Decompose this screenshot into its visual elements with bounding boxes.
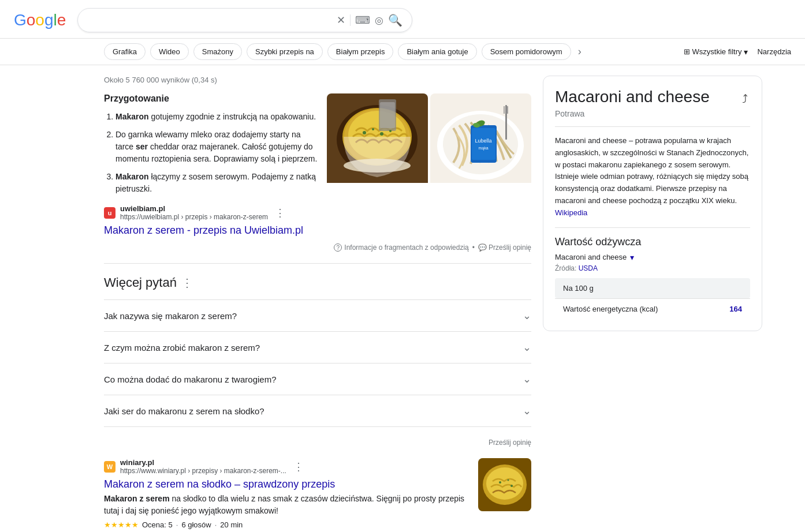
tab-wideo[interactable]: Wideo	[150, 43, 189, 60]
svg-rect-20	[472, 128, 495, 160]
nutrition-item-name: Macaroni and cheese	[555, 253, 627, 261]
tab-szybki[interactable]: Szybki przepis na	[247, 43, 323, 60]
second-result-image[interactable]	[478, 458, 531, 529]
stars: ★★★★★	[104, 520, 139, 529]
usda-link[interactable]: USDA	[579, 264, 598, 272]
votes-text: 6 głosów	[181, 520, 211, 529]
submit-opinion-link[interactable]: 💬 Prześlij opinię	[478, 243, 531, 252]
svg-point-8	[372, 128, 374, 130]
nutrition-selector: Macaroni and cheese ▾	[555, 253, 750, 262]
result-images: Lubella mąka	[327, 93, 531, 237]
faq-question-2: Z czym można zrobić makaron z serem?	[104, 343, 260, 353]
tools-button[interactable]: Narzędzia	[757, 47, 791, 56]
result-link-2[interactable]: Makaron z serem na słodko – sprawdzony p…	[104, 478, 469, 490]
divider-vertical	[350, 14, 351, 26]
sidebar-title: Macaroni and cheese	[555, 88, 710, 106]
second-result-content: W winiary.pl https://www.winiary.pl › pr…	[104, 458, 469, 529]
source-menu-icon[interactable]: ⋮	[275, 207, 285, 219]
wiki-link[interactable]: Wikipedia	[555, 208, 587, 217]
submit-opinion-2: Prześlij opinię	[104, 439, 531, 447]
tab-bialym-przepis[interactable]: Białym przepis	[327, 43, 394, 60]
tab-bialym-ania[interactable]: Białym ania gotuje	[398, 43, 476, 60]
food-pasta-svg: Lubella mąka	[430, 93, 531, 183]
header: G o o g l e makaron z serem ✕ ⌨ ◎ 🔍	[0, 0, 805, 39]
search-button[interactable]: 🔍	[388, 13, 402, 27]
recipe-steps: Makaron gotujemy zgodnie z instrukcją na…	[104, 111, 318, 195]
svg-point-28	[486, 467, 523, 500]
nutrition-source: Źródła: USDA	[555, 264, 750, 272]
source-favicon: u	[104, 207, 115, 219]
svg-point-30	[508, 479, 509, 481]
first-result-content: Przygotowanie Makaron gotujemy zgodnie z…	[104, 93, 318, 237]
votes-separator: ·	[215, 520, 217, 529]
bullet: •	[472, 243, 475, 252]
nutrition-calories-row: Wartość energetyczna (kcal) 164	[555, 298, 750, 319]
faq-chevron-2: ⌄	[523, 341, 531, 354]
sidebar-card: Macaroni and cheese ⤴ Potrawa Macaroni a…	[543, 76, 762, 331]
svg-point-9	[380, 132, 383, 136]
nutrition-calories-label: Wartość energetyczna (kcal)	[563, 305, 658, 313]
dropdown-arrow-icon[interactable]: ▾	[630, 253, 634, 262]
more-questions-title: Więcej pytań	[104, 275, 177, 290]
result-link-1[interactable]: Makaron z serem - przepis na Uwielbiam.p…	[104, 224, 318, 237]
preparation-title: Przygotowanie	[104, 93, 318, 104]
tab-grafika[interactable]: Grafika	[104, 43, 146, 60]
result-image-1[interactable]	[327, 93, 428, 237]
fragment-info: ? Informacje o fragmentach z odpowiedzią…	[104, 243, 531, 252]
faq-question-4: Jaki ser do makaronu z serem na słodko?	[104, 406, 264, 416]
rating-text: Ocena: 5	[142, 520, 173, 529]
share-button[interactable]: ⤴	[740, 90, 750, 108]
svg-point-31	[510, 485, 513, 487]
nutrition-section: Wartość odżywcza Macaroni and cheese ▾ Ź…	[555, 236, 750, 319]
keyboard-button[interactable]: ⌨	[355, 14, 370, 27]
nutrition-per-label: Na 100 g	[563, 284, 594, 293]
sidebar-title-row: Macaroni and cheese ⤴	[555, 88, 750, 108]
clear-button[interactable]: ✕	[337, 14, 345, 27]
faq-item-4[interactable]: Jaki ser do makaronu z serem na słodko? …	[104, 395, 531, 427]
more-tabs-button[interactable]: ›	[576, 46, 584, 58]
search-icon: 🔍	[388, 13, 402, 27]
more-questions-menu-icon[interactable]: ⋮	[181, 276, 193, 290]
faq-item-1[interactable]: Jak nazywa się makaron z serem? ⌄	[104, 299, 531, 331]
source-label: Źródła:	[555, 264, 576, 272]
filter-tabs: Grafika Wideo Smażony Szybki przepis na …	[0, 39, 805, 65]
chat-icon: 💬	[478, 243, 487, 252]
sidebar: Macaroni and cheese ⤴ Potrawa Macaroni a…	[543, 71, 762, 529]
share-icon: ⤴	[742, 92, 748, 105]
rating-separator: ·	[176, 520, 178, 529]
nutrition-calories-value: 164	[729, 305, 742, 313]
submit-opinion-link-2[interactable]: Prześlij opinię	[489, 439, 531, 447]
lens-button[interactable]: ◎	[375, 14, 383, 27]
food-bowl-svg	[327, 93, 428, 183]
source-name: uwielbiam.pl	[120, 204, 268, 213]
faq-item-2[interactable]: Z czym można zrobić makaron z serem? ⌄	[104, 331, 531, 363]
tab-sosem[interactable]: Sosem pomidorowym	[482, 43, 571, 60]
sidebar-subtitle: Potrawa	[555, 109, 750, 118]
fragment-text[interactable]: Informacje o fragmentach z odpowiedzią	[344, 243, 468, 252]
second-source-url: https://www.winiary.pl › przepisy › maka…	[120, 467, 286, 475]
second-source-menu-icon[interactable]: ⋮	[293, 460, 304, 473]
svg-text:Lubella: Lubella	[475, 138, 491, 144]
main-content: Około 5 760 000 wyników (0,34 s) Przygot…	[0, 65, 805, 529]
food-small-svg	[478, 458, 531, 511]
logo-e: e	[57, 11, 66, 29]
svg-point-7	[363, 131, 366, 134]
svg-rect-6	[380, 102, 395, 128]
rating-row: ★★★★★ Ocena: 5 · 6 głosów · 20 min	[104, 520, 469, 529]
tab-smazony[interactable]: Smażony	[193, 43, 242, 60]
dropdown-icon: ▾	[744, 47, 748, 57]
faq-chevron-4: ⌄	[523, 404, 531, 417]
search-input[interactable]: makaron z serem	[87, 15, 332, 25]
svg-point-10	[389, 130, 392, 132]
lens-icon: ◎	[375, 14, 383, 27]
logo-o1: o	[27, 11, 36, 29]
filter-icon: ⊞	[684, 47, 690, 56]
faq-item-3[interactable]: Co można dodać do makaronu z twarogiem? …	[104, 363, 531, 395]
first-result: Przygotowanie Makaron gotujemy zgodnie z…	[104, 93, 531, 237]
all-filters-button[interactable]: ⊞ Wszystkie filtry ▾	[684, 47, 748, 57]
result-description-2: Makaron z serem na słodko to dla wielu z…	[104, 493, 469, 517]
faq-chevron-1: ⌄	[523, 309, 531, 322]
divider-1	[104, 263, 531, 264]
google-logo[interactable]: G o o g l e	[14, 11, 66, 29]
result-image-2[interactable]: Lubella mąka	[430, 93, 531, 237]
